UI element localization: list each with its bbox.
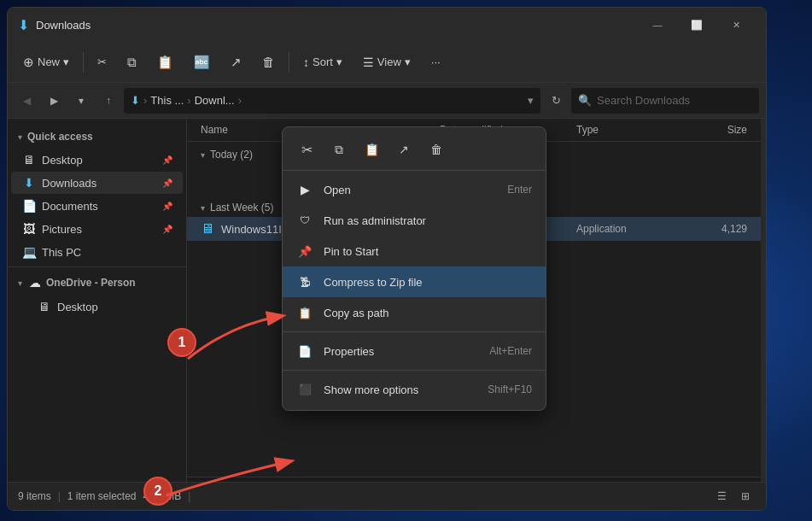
view-label: View (377, 56, 401, 68)
history-button[interactable]: ▾ (69, 89, 93, 113)
share-button[interactable]: ↗ (222, 50, 250, 75)
file-type: Application (576, 223, 679, 235)
ctx-cut-button[interactable]: ✂ (293, 136, 320, 163)
ctx-show-more-shortcut: Shift+F10 (488, 383, 532, 395)
ctx-copy-button[interactable]: ⧉ (325, 136, 353, 163)
ctx-compress-label: Compress to Zip file (324, 276, 522, 289)
col-type-header: Type (576, 124, 679, 136)
title-bar: ⬇ Downloads — ⬜ ✕ (8, 8, 766, 42)
quick-access-header[interactable]: ▾ Quick access (8, 126, 186, 148)
more-button[interactable]: ··· (423, 50, 449, 73)
sidebar-item-pictures[interactable]: 🖼 Pictures 📌 (11, 218, 183, 240)
sidebar-item-documents[interactable]: 📄 Documents 📌 (11, 195, 183, 217)
path-separator-1: › (143, 94, 147, 107)
ctx-run-admin-icon: 🛡 (296, 212, 313, 229)
ctx-separator-2 (283, 370, 546, 371)
forward-button[interactable]: ▶ (42, 89, 66, 113)
sidebar-documents-label: Documents (42, 200, 157, 213)
onedrive-desktop-label: Desktop (57, 301, 172, 313)
sidebar-item-downloads[interactable]: ⬇ Downloads 📌 (11, 172, 183, 194)
ctx-run-as-admin[interactable]: 🛡 Run as administrator (283, 205, 546, 236)
window-title: Downloads (36, 19, 91, 32)
desktop-icon: 🖥 (21, 153, 37, 167)
ctx-properties[interactable]: 📄 Properties Alt+Enter (283, 336, 546, 366)
address-bar: ◀ ▶ ▾ ↑ ⬇ › This ... › Downl... › ▾ ↻ 🔍 (8, 83, 766, 119)
cut-button[interactable]: ✂ (89, 50, 115, 73)
minimize-button[interactable]: — (638, 8, 677, 42)
rename-button[interactable]: 🔤 (185, 50, 219, 75)
new-button[interactable]: ⊕ New ▾ (15, 50, 78, 75)
ctx-pin-to-start[interactable]: 📌 Pin to Start (283, 236, 546, 266)
ctx-copy-path-icon: 📋 (296, 304, 313, 321)
ctx-share-button[interactable]: ↗ (390, 136, 418, 163)
cut-icon: ✂ (97, 56, 107, 68)
ctx-paste-button[interactable]: 📋 (358, 136, 385, 163)
ctx-open-label: Open (324, 184, 497, 196)
downloads-pin-icon: 📌 (162, 179, 172, 188)
delete-icon: 🗑 (262, 55, 275, 69)
quick-access-chevron-icon: ▾ (18, 132, 22, 142)
group-lastweek-label: Last Week (5) (210, 202, 273, 214)
vertical-scrollbar[interactable] (761, 119, 766, 482)
path-separator-3: › (238, 94, 242, 107)
item-count: 9 items (18, 490, 51, 502)
quick-access-label: Quick access (27, 131, 93, 143)
ctx-copy-path[interactable]: 📋 Copy as path (283, 297, 546, 328)
paste-icon: 📋 (157, 55, 173, 70)
sidebar-item-onedrive-desktop[interactable]: 🖥 Desktop (11, 296, 183, 318)
path-dropdown-icon[interactable]: ▾ (528, 94, 534, 107)
ctx-open-shortcut: Enter (507, 184, 532, 196)
search-input[interactable] (597, 94, 752, 107)
paste-button[interactable]: 📋 (149, 50, 182, 75)
close-button[interactable]: ✕ (716, 8, 756, 42)
toolbar: ⊕ New ▾ ✂ ⧉ 📋 🔤 ↗ 🗑 ↕ Sort ▾ ☰ (8, 42, 766, 83)
group-today-arrow-icon: ▾ (201, 150, 205, 160)
ctx-delete-button[interactable]: 🗑 (423, 136, 450, 163)
path-separator-2: › (187, 94, 190, 107)
onedrive-label: OneDrive - Person (46, 277, 136, 289)
onedrive-header[interactable]: ▾ ☁ OneDrive - Person (8, 271, 186, 295)
ctx-pin-icon: 📌 (296, 243, 313, 260)
toolbar-separator-1 (83, 52, 84, 73)
view-chevron-icon: ▾ (405, 56, 411, 68)
refresh-button[interactable]: ↻ (544, 89, 568, 113)
delete-button[interactable]: 🗑 (254, 50, 283, 74)
sidebar-item-desktop[interactable]: 🖥 Desktop 📌 (11, 149, 183, 171)
ctx-properties-icon: 📄 (296, 342, 313, 360)
thispc-icon: 💻 (21, 245, 37, 259)
window-icon: ⬇ (18, 17, 29, 33)
ctx-copy-path-label: Copy as path (324, 307, 522, 319)
sort-button[interactable]: ↕ Sort ▾ (295, 50, 351, 74)
path-icon: ⬇ (131, 94, 140, 107)
up-button[interactable]: ↑ (96, 89, 120, 113)
ctx-show-more[interactable]: ⬛ Show more options Shift+F10 (283, 374, 546, 405)
grid-view-button[interactable]: ⊞ (735, 486, 756, 506)
ctx-properties-label: Properties (324, 345, 479, 358)
ctx-open[interactable]: ▶ Open Enter (283, 174, 546, 205)
group-today-label: Today (2) (210, 149, 253, 161)
rename-icon: 🔤 (194, 55, 210, 70)
back-button[interactable]: ◀ (15, 89, 38, 113)
maximize-button[interactable]: ⬜ (677, 8, 716, 42)
sidebar-item-thispc[interactable]: 💻 This PC (11, 241, 183, 263)
ctx-show-more-icon: ⬛ (296, 381, 313, 398)
downloads-icon: ⬇ (21, 176, 37, 190)
ctx-compress[interactable]: 🗜 Compress to Zip file (283, 266, 546, 297)
new-chevron-icon: ▾ (63, 56, 69, 68)
list-view-button[interactable]: ☰ (711, 486, 732, 506)
share-icon: ↗ (231, 55, 242, 70)
desktop-pin-icon: 📌 (162, 155, 172, 165)
pictures-icon: 🖼 (21, 222, 37, 236)
step-2-arrow (149, 427, 320, 512)
onedrive-icon: ☁ (27, 276, 43, 290)
ctx-properties-shortcut: Alt+Enter (489, 345, 532, 357)
address-path[interactable]: ⬇ › This ... › Downl... › ▾ (124, 88, 540, 114)
copy-button[interactable]: ⧉ (119, 50, 145, 75)
sidebar-desktop-label: Desktop (42, 154, 157, 167)
copy-icon: ⧉ (127, 55, 137, 70)
sidebar-downloads-label: Downloads (42, 177, 157, 190)
ctx-compress-icon: 🗜 (296, 273, 313, 290)
pictures-pin-icon: 📌 (162, 225, 172, 234)
selected-count: 1 item selected (67, 490, 137, 502)
view-button[interactable]: ☰ View ▾ (354, 50, 419, 74)
